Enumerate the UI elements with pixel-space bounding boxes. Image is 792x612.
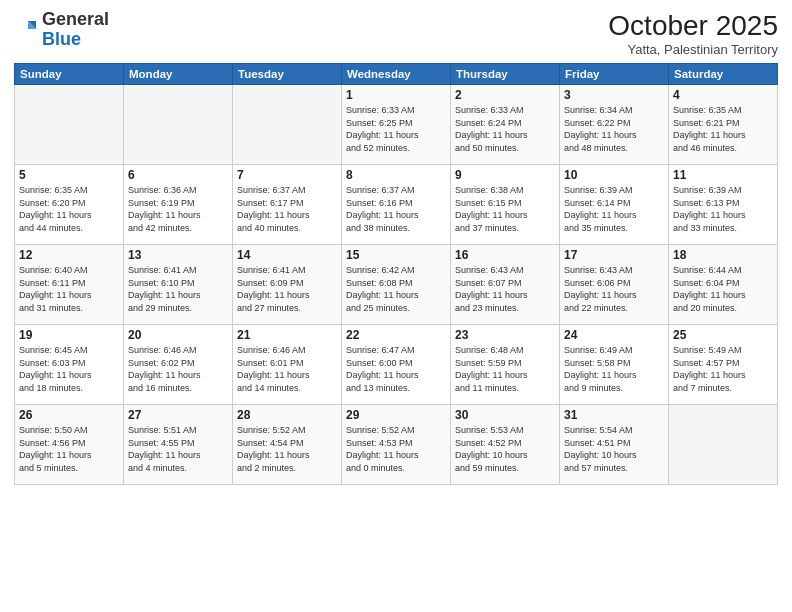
table-row: 22Sunrise: 6:47 AM Sunset: 6:00 PM Dayli…: [342, 325, 451, 405]
day-number: 26: [19, 408, 119, 422]
day-number: 5: [19, 168, 119, 182]
day-info: Sunrise: 6:46 AM Sunset: 6:01 PM Dayligh…: [237, 344, 337, 394]
table-row: 19Sunrise: 6:45 AM Sunset: 6:03 PM Dayli…: [15, 325, 124, 405]
day-number: 17: [564, 248, 664, 262]
logo: General Blue: [14, 10, 109, 50]
table-row: [124, 85, 233, 165]
day-info: Sunrise: 6:44 AM Sunset: 6:04 PM Dayligh…: [673, 264, 773, 314]
day-number: 13: [128, 248, 228, 262]
day-number: 4: [673, 88, 773, 102]
day-info: Sunrise: 6:35 AM Sunset: 6:21 PM Dayligh…: [673, 104, 773, 154]
table-row: 31Sunrise: 5:54 AM Sunset: 4:51 PM Dayli…: [560, 405, 669, 485]
calendar-container: General Blue October 2025 Yatta, Palesti…: [0, 0, 792, 612]
day-number: 7: [237, 168, 337, 182]
header-friday: Friday: [560, 64, 669, 85]
location-subtitle: Yatta, Palestinian Territory: [608, 42, 778, 57]
day-number: 22: [346, 328, 446, 342]
table-row: 8Sunrise: 6:37 AM Sunset: 6:16 PM Daylig…: [342, 165, 451, 245]
table-row: 24Sunrise: 6:49 AM Sunset: 5:58 PM Dayli…: [560, 325, 669, 405]
day-info: Sunrise: 5:52 AM Sunset: 4:54 PM Dayligh…: [237, 424, 337, 474]
header-wednesday: Wednesday: [342, 64, 451, 85]
day-info: Sunrise: 6:34 AM Sunset: 6:22 PM Dayligh…: [564, 104, 664, 154]
table-row: 13Sunrise: 6:41 AM Sunset: 6:10 PM Dayli…: [124, 245, 233, 325]
table-row: 28Sunrise: 5:52 AM Sunset: 4:54 PM Dayli…: [233, 405, 342, 485]
table-row: 23Sunrise: 6:48 AM Sunset: 5:59 PM Dayli…: [451, 325, 560, 405]
day-number: 8: [346, 168, 446, 182]
day-number: 16: [455, 248, 555, 262]
day-info: Sunrise: 6:45 AM Sunset: 6:03 PM Dayligh…: [19, 344, 119, 394]
day-number: 30: [455, 408, 555, 422]
header: General Blue October 2025 Yatta, Palesti…: [14, 10, 778, 57]
header-sunday: Sunday: [15, 64, 124, 85]
table-row: 25Sunrise: 5:49 AM Sunset: 4:57 PM Dayli…: [669, 325, 778, 405]
table-row: 26Sunrise: 5:50 AM Sunset: 4:56 PM Dayli…: [15, 405, 124, 485]
day-info: Sunrise: 6:43 AM Sunset: 6:06 PM Dayligh…: [564, 264, 664, 314]
day-info: Sunrise: 6:49 AM Sunset: 5:58 PM Dayligh…: [564, 344, 664, 394]
table-row: 12Sunrise: 6:40 AM Sunset: 6:11 PM Dayli…: [15, 245, 124, 325]
table-row: 18Sunrise: 6:44 AM Sunset: 6:04 PM Dayli…: [669, 245, 778, 325]
day-number: 31: [564, 408, 664, 422]
day-info: Sunrise: 6:37 AM Sunset: 6:16 PM Dayligh…: [346, 184, 446, 234]
day-info: Sunrise: 5:51 AM Sunset: 4:55 PM Dayligh…: [128, 424, 228, 474]
table-row: 11Sunrise: 6:39 AM Sunset: 6:13 PM Dayli…: [669, 165, 778, 245]
day-info: Sunrise: 6:48 AM Sunset: 5:59 PM Dayligh…: [455, 344, 555, 394]
calendar-table: Sunday Monday Tuesday Wednesday Thursday…: [14, 63, 778, 485]
day-info: Sunrise: 6:37 AM Sunset: 6:17 PM Dayligh…: [237, 184, 337, 234]
day-info: Sunrise: 6:39 AM Sunset: 6:13 PM Dayligh…: [673, 184, 773, 234]
table-row: 15Sunrise: 6:42 AM Sunset: 6:08 PM Dayli…: [342, 245, 451, 325]
day-info: Sunrise: 6:33 AM Sunset: 6:25 PM Dayligh…: [346, 104, 446, 154]
header-saturday: Saturday: [669, 64, 778, 85]
table-row: 9Sunrise: 6:38 AM Sunset: 6:15 PM Daylig…: [451, 165, 560, 245]
header-thursday: Thursday: [451, 64, 560, 85]
table-row: 29Sunrise: 5:52 AM Sunset: 4:53 PM Dayli…: [342, 405, 451, 485]
day-number: 14: [237, 248, 337, 262]
table-row: 7Sunrise: 6:37 AM Sunset: 6:17 PM Daylig…: [233, 165, 342, 245]
table-row: 30Sunrise: 5:53 AM Sunset: 4:52 PM Dayli…: [451, 405, 560, 485]
day-number: 3: [564, 88, 664, 102]
logo-general-text: General: [42, 9, 109, 29]
month-title: October 2025: [608, 10, 778, 42]
header-tuesday: Tuesday: [233, 64, 342, 85]
calendar-header: Sunday Monday Tuesday Wednesday Thursday…: [15, 64, 778, 85]
table-row: [15, 85, 124, 165]
day-number: 9: [455, 168, 555, 182]
title-block: October 2025 Yatta, Palestinian Territor…: [608, 10, 778, 57]
day-info: Sunrise: 6:42 AM Sunset: 6:08 PM Dayligh…: [346, 264, 446, 314]
day-number: 6: [128, 168, 228, 182]
table-row: 3Sunrise: 6:34 AM Sunset: 6:22 PM Daylig…: [560, 85, 669, 165]
table-row: [669, 405, 778, 485]
logo-blue-text: Blue: [42, 29, 81, 49]
day-info: Sunrise: 6:46 AM Sunset: 6:02 PM Dayligh…: [128, 344, 228, 394]
table-row: 1Sunrise: 6:33 AM Sunset: 6:25 PM Daylig…: [342, 85, 451, 165]
table-row: 16Sunrise: 6:43 AM Sunset: 6:07 PM Dayli…: [451, 245, 560, 325]
day-number: 1: [346, 88, 446, 102]
table-row: 4Sunrise: 6:35 AM Sunset: 6:21 PM Daylig…: [669, 85, 778, 165]
day-info: Sunrise: 5:49 AM Sunset: 4:57 PM Dayligh…: [673, 344, 773, 394]
day-number: 15: [346, 248, 446, 262]
day-info: Sunrise: 5:52 AM Sunset: 4:53 PM Dayligh…: [346, 424, 446, 474]
day-number: 27: [128, 408, 228, 422]
table-row: 6Sunrise: 6:36 AM Sunset: 6:19 PM Daylig…: [124, 165, 233, 245]
day-number: 11: [673, 168, 773, 182]
day-number: 28: [237, 408, 337, 422]
table-row: 21Sunrise: 6:46 AM Sunset: 6:01 PM Dayli…: [233, 325, 342, 405]
table-row: 17Sunrise: 6:43 AM Sunset: 6:06 PM Dayli…: [560, 245, 669, 325]
table-row: [233, 85, 342, 165]
day-info: Sunrise: 6:39 AM Sunset: 6:14 PM Dayligh…: [564, 184, 664, 234]
day-info: Sunrise: 6:41 AM Sunset: 6:09 PM Dayligh…: [237, 264, 337, 314]
day-info: Sunrise: 5:50 AM Sunset: 4:56 PM Dayligh…: [19, 424, 119, 474]
day-info: Sunrise: 5:54 AM Sunset: 4:51 PM Dayligh…: [564, 424, 664, 474]
day-info: Sunrise: 6:38 AM Sunset: 6:15 PM Dayligh…: [455, 184, 555, 234]
calendar-body: 1Sunrise: 6:33 AM Sunset: 6:25 PM Daylig…: [15, 85, 778, 485]
day-info: Sunrise: 6:35 AM Sunset: 6:20 PM Dayligh…: [19, 184, 119, 234]
table-row: 14Sunrise: 6:41 AM Sunset: 6:09 PM Dayli…: [233, 245, 342, 325]
day-info: Sunrise: 6:33 AM Sunset: 6:24 PM Dayligh…: [455, 104, 555, 154]
day-info: Sunrise: 6:47 AM Sunset: 6:00 PM Dayligh…: [346, 344, 446, 394]
table-row: 2Sunrise: 6:33 AM Sunset: 6:24 PM Daylig…: [451, 85, 560, 165]
logo-icon: [14, 18, 38, 42]
day-number: 18: [673, 248, 773, 262]
day-number: 29: [346, 408, 446, 422]
day-number: 19: [19, 328, 119, 342]
day-number: 2: [455, 88, 555, 102]
day-number: 25: [673, 328, 773, 342]
